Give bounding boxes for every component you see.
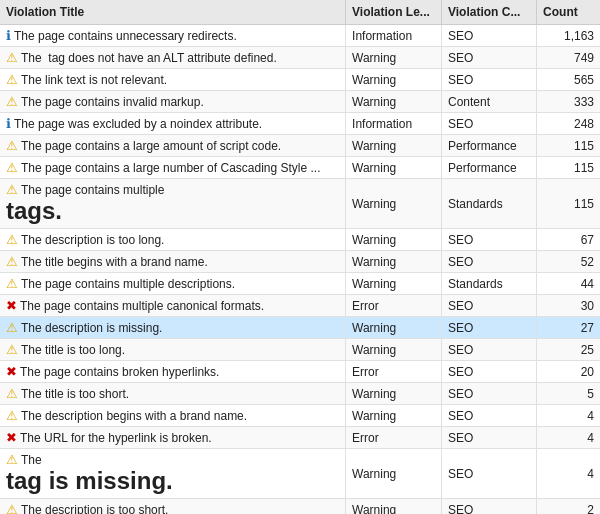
cell-level: Warning — [346, 229, 442, 251]
cell-level: Information — [346, 113, 442, 135]
table-row[interactable]: ⚠The description is missing.WarningSEO27 — [0, 317, 600, 339]
cell-count: 52 — [537, 251, 600, 273]
table-row[interactable]: ✖The page contains multiple canonical fo… — [0, 295, 600, 317]
table-row[interactable]: ⚠The title begins with a brand name.Warn… — [0, 251, 600, 273]
cell-count: 5 — [537, 383, 600, 405]
cell-category: SEO — [441, 449, 536, 499]
table-row[interactable]: ℹThe page was excluded by a noindex attr… — [0, 113, 600, 135]
cell-count: 115 — [537, 135, 600, 157]
table-row[interactable]: ⚠The tag does not have an ALT attribute … — [0, 47, 600, 69]
cell-title: ℹThe page contains unnecessary redirects… — [0, 25, 346, 47]
cell-category: SEO — [441, 69, 536, 91]
cell-level: Warning — [346, 339, 442, 361]
cell-count: 115 — [537, 157, 600, 179]
info-icon: ℹ — [6, 116, 11, 131]
warning-icon: ⚠ — [6, 72, 18, 87]
cell-category: Content — [441, 91, 536, 113]
cell-count: 44 — [537, 273, 600, 295]
cell-level: Warning — [346, 157, 442, 179]
table-row[interactable]: ⚠The page contains a large number of Cas… — [0, 157, 600, 179]
cell-count: 248 — [537, 113, 600, 135]
cell-title: ⚠The link text is not relevant. — [0, 69, 346, 91]
cell-count: 30 — [537, 295, 600, 317]
cell-title: ⚠The description begins with a brand nam… — [0, 405, 346, 427]
cell-title: ⚠The title begins with a brand name. — [0, 251, 346, 273]
table-row[interactable]: ⚠The link text is not relevant.WarningSE… — [0, 69, 600, 91]
table-row[interactable]: ⚠The page contains multiple descriptions… — [0, 273, 600, 295]
table-row[interactable]: ⚠The page contains multiple tags.Warning… — [0, 179, 600, 229]
error-icon: ✖ — [6, 298, 17, 313]
cell-title: ⚠The page contains multiple tags. — [0, 179, 346, 229]
table-row[interactable]: ⚠The title is too short.WarningSEO5 — [0, 383, 600, 405]
cell-count: 25 — [537, 339, 600, 361]
cell-title: ⚠The page contains invalid markup. — [0, 91, 346, 113]
cell-count: 20 — [537, 361, 600, 383]
cell-count: 1,163 — [537, 25, 600, 47]
cell-count: 749 — [537, 47, 600, 69]
warning-icon: ⚠ — [6, 502, 18, 514]
cell-category: SEO — [441, 113, 536, 135]
cell-title: ⚠The description is too short. — [0, 499, 346, 515]
warning-icon: ⚠ — [6, 160, 18, 175]
cell-category: SEO — [441, 361, 536, 383]
cell-title: ⚠The title is too long. — [0, 339, 346, 361]
cell-level: Warning — [346, 383, 442, 405]
cell-level: Warning — [346, 405, 442, 427]
cell-title: ⚠The page contains a large number of Cas… — [0, 157, 346, 179]
cell-level: Warning — [346, 135, 442, 157]
table-row[interactable]: ⚠The description begins with a brand nam… — [0, 405, 600, 427]
cell-level: Error — [346, 361, 442, 383]
header-category: Violation C... — [441, 0, 536, 25]
error-icon: ✖ — [6, 364, 17, 379]
table-row[interactable]: ⚠The page contains a large amount of scr… — [0, 135, 600, 157]
table-row[interactable]: ⚠The tag is missing.WarningSEO4 — [0, 449, 600, 499]
header-level: Violation Le... — [346, 0, 442, 25]
cell-category: SEO — [441, 295, 536, 317]
cell-title: ⚠The description is missing. — [0, 317, 346, 339]
cell-title: ⚠The title is too short. — [0, 383, 346, 405]
table-row[interactable]: ⚠The title is too long.WarningSEO25 — [0, 339, 600, 361]
cell-category: SEO — [441, 427, 536, 449]
cell-level: Information — [346, 25, 442, 47]
cell-level: Warning — [346, 273, 442, 295]
cell-category: Performance — [441, 157, 536, 179]
warning-icon: ⚠ — [6, 254, 18, 269]
cell-count: 4 — [537, 449, 600, 499]
cell-category: Performance — [441, 135, 536, 157]
warning-icon: ⚠ — [6, 342, 18, 357]
cell-category: SEO — [441, 251, 536, 273]
warning-icon: ⚠ — [6, 452, 18, 467]
cell-count: 565 — [537, 69, 600, 91]
table-row[interactable]: ⚠The description is too long.WarningSEO6… — [0, 229, 600, 251]
warning-icon: ⚠ — [6, 182, 18, 197]
table-row[interactable]: ✖The page contains broken hyperlinks.Err… — [0, 361, 600, 383]
violations-table: Violation Title Violation Le... Violatio… — [0, 0, 600, 514]
cell-level: Warning — [346, 47, 442, 69]
cell-category: SEO — [441, 383, 536, 405]
warning-icon: ⚠ — [6, 276, 18, 291]
cell-level: Warning — [346, 91, 442, 113]
cell-count: 2 — [537, 499, 600, 515]
cell-category: Standards — [441, 179, 536, 229]
warning-icon: ⚠ — [6, 138, 18, 153]
table-row[interactable]: ℹThe page contains unnecessary redirects… — [0, 25, 600, 47]
warning-icon: ⚠ — [6, 50, 18, 65]
cell-count: 67 — [537, 229, 600, 251]
table-row[interactable]: ⚠The description is too short.WarningSEO… — [0, 499, 600, 515]
cell-level: Warning — [346, 499, 442, 515]
cell-title: ⚠The tag does not have an ALT attribute … — [0, 47, 346, 69]
cell-title: ⚠The tag is missing. — [0, 449, 346, 499]
cell-category: SEO — [441, 25, 536, 47]
error-icon: ✖ — [6, 430, 17, 445]
cell-level: Error — [346, 427, 442, 449]
cell-title: ✖The page contains multiple canonical fo… — [0, 295, 346, 317]
cell-count: 4 — [537, 427, 600, 449]
cell-category: SEO — [441, 47, 536, 69]
cell-level: Error — [346, 295, 442, 317]
info-icon: ℹ — [6, 28, 11, 43]
table-row[interactable]: ⚠The page contains invalid markup.Warnin… — [0, 91, 600, 113]
table-row[interactable]: ✖The URL for the hyperlink is broken.Err… — [0, 427, 600, 449]
cell-level: Warning — [346, 69, 442, 91]
cell-category: SEO — [441, 405, 536, 427]
cell-count: 4 — [537, 405, 600, 427]
